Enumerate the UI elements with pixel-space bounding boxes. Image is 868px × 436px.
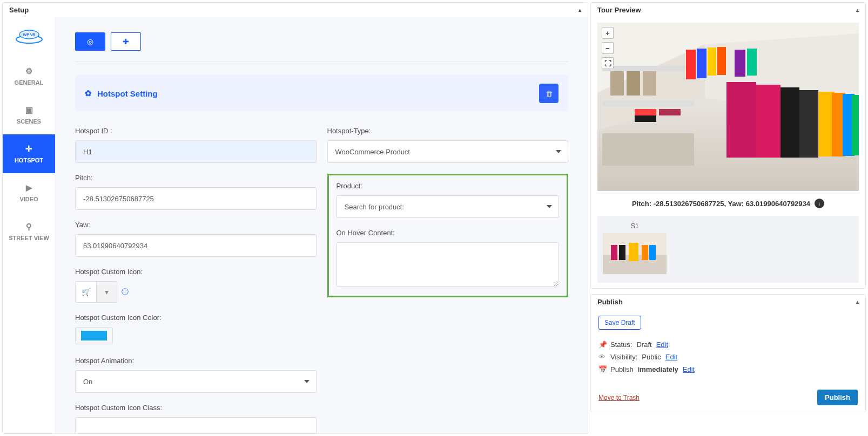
hotspot-id-input[interactable]	[75, 140, 317, 163]
hotspot-content: ◎ ✚ ✿ Hotspot Setting 🗑	[56, 17, 588, 433]
thumb-image	[603, 233, 667, 274]
panorama-image	[597, 23, 859, 191]
cart-icon: 🛒	[82, 288, 91, 296]
hotspot-type-select[interactable]: WooCommerce Product	[327, 140, 569, 163]
icon-class-label: Hotspot Custom Icon Class:	[75, 404, 317, 412]
icon-dropdown-button[interactable]: ▾	[96, 282, 117, 302]
pitch-label: Pitch:	[75, 174, 317, 182]
svg-rect-13	[686, 50, 696, 79]
scene-thumb-s1[interactable]	[603, 233, 667, 274]
svg-rect-9	[602, 133, 694, 166]
status-value: Draft	[636, 340, 651, 349]
yaw-input[interactable]	[75, 234, 317, 257]
thumb-label: S1	[603, 221, 853, 233]
sidebar: WP VR ⚙ GENERAL ▣ SCENES ✛ HOTSPOT ▶	[3, 17, 56, 433]
svg-rect-35	[649, 245, 656, 260]
gear-icon: ⚙	[5, 66, 53, 76]
product-select[interactable]: Search for product:	[337, 195, 560, 218]
nav-label: STREET VIEW	[9, 235, 49, 241]
image-icon: ▣	[5, 105, 53, 115]
svg-rect-8	[602, 101, 694, 106]
svg-rect-32	[611, 245, 617, 260]
nav-streetview[interactable]: ⚲ STREET VIEW	[3, 212, 55, 251]
save-draft-button[interactable]: Save Draft	[598, 316, 641, 330]
hover-textarea[interactable]	[337, 242, 560, 287]
hotspot-section-header: ✿ Hotspot Setting 🗑	[75, 75, 568, 112]
nav-label: HOTSPOT	[15, 157, 43, 164]
preview-header[interactable]: Tour Preview ▴	[591, 3, 865, 17]
yaw-label: Yaw:	[75, 221, 317, 229]
nav-general[interactable]: ⚙ GENERAL	[3, 57, 55, 96]
hover-label: On Hover Content:	[337, 229, 560, 237]
calendar-icon: 📅	[598, 365, 606, 373]
visibility-label: Visibility:	[610, 353, 637, 361]
move-to-trash-link[interactable]: Move to Trash	[598, 394, 640, 401]
status-edit-link[interactable]: Edit	[656, 340, 668, 349]
svg-rect-26	[852, 95, 859, 155]
visibility-value: Public	[642, 353, 661, 361]
hotspot-type-label: Hotspot-Type:	[327, 127, 569, 135]
schedule-edit-link[interactable]: Edit	[683, 365, 695, 373]
svg-rect-22	[799, 90, 818, 158]
logo: WP VR	[3, 17, 55, 57]
svg-rect-20	[756, 85, 780, 158]
wpvr-logo-icon: WP VR	[15, 28, 44, 44]
streetview-icon: ⚲	[5, 222, 53, 231]
color-picker[interactable]	[75, 327, 113, 344]
nav-video[interactable]: ▶ VIDEO	[3, 173, 55, 212]
nav-scenes[interactable]: ▣ SCENES	[3, 96, 55, 134]
product-label: Product:	[337, 182, 560, 190]
download-button[interactable]: ↓	[815, 199, 824, 208]
svg-text:WP VR: WP VR	[23, 33, 35, 37]
svg-rect-15	[708, 47, 716, 76]
svg-rect-29	[659, 109, 681, 115]
nav-label: VIDEO	[19, 196, 38, 202]
nav-label: SCENES	[17, 118, 41, 125]
divider	[75, 62, 568, 62]
video-icon: ▶	[5, 183, 53, 193]
icon-class-input[interactable]	[75, 417, 317, 433]
hotspot-tab-1[interactable]: ◎	[75, 32, 105, 51]
status-row: 📌 Status: Draft Edit	[598, 340, 858, 349]
nav-hotspot[interactable]: ✛ HOTSPOT	[3, 134, 55, 173]
setup-panel: Setup ▴ WP VR ⚙ GENERAL ▣	[2, 2, 588, 434]
svg-rect-7	[602, 66, 694, 71]
color-swatch	[81, 331, 107, 340]
fullscreen-button[interactable]: ⛶	[602, 57, 614, 69]
pitch-input[interactable]	[75, 187, 317, 210]
info-icon[interactable]: ⓘ	[122, 287, 129, 297]
svg-rect-12	[643, 71, 656, 96]
svg-rect-21	[780, 87, 799, 158]
target-small-icon: ◎	[87, 37, 93, 46]
svg-rect-11	[627, 71, 640, 96]
icon-preview-button[interactable]: 🛒	[76, 282, 96, 302]
zoom-out-button[interactable]: −	[602, 42, 614, 54]
zoom-in-button[interactable]: +	[602, 27, 614, 39]
svg-rect-27	[635, 109, 656, 115]
publish-title: Publish	[597, 298, 623, 306]
nav-label: GENERAL	[15, 79, 44, 86]
section-title: Hotspot Setting	[97, 89, 158, 98]
svg-rect-16	[717, 47, 726, 75]
preview-coords: Pitch: -28.513026750687725, Yaw: 63.0199…	[597, 199, 859, 208]
animation-select[interactable]: On	[75, 370, 317, 393]
publish-header[interactable]: Publish ▴	[591, 295, 865, 309]
svg-rect-33	[619, 245, 625, 260]
add-hotspot-button[interactable]: ✚	[111, 32, 141, 51]
tour-preview-panel: Tour Preview ▴	[590, 2, 866, 289]
svg-rect-34	[642, 245, 648, 260]
svg-rect-28	[635, 115, 656, 122]
publish-button[interactable]: Publish	[817, 390, 858, 405]
setup-header[interactable]: Setup ▴	[3, 3, 588, 17]
visibility-edit-link[interactable]: Edit	[665, 353, 677, 361]
panorama-viewer[interactable]: + − ⛶	[597, 23, 859, 191]
publish-panel: Publish ▴ Save Draft 📌 Status: Draft Edi…	[590, 294, 866, 412]
svg-rect-18	[747, 49, 757, 76]
schedule-row: 📅 Publish immediately Edit	[598, 365, 858, 373]
hotspot-tabs: ◎ ✚	[75, 32, 568, 51]
gear-icon: ✿	[85, 88, 92, 98]
hotspot-id-label: Hotspot ID :	[75, 127, 317, 135]
color-label: Hotspot Custom Icon Color:	[75, 314, 317, 322]
caret-up-icon: ▴	[856, 299, 859, 305]
delete-hotspot-button[interactable]: 🗑	[539, 84, 559, 103]
